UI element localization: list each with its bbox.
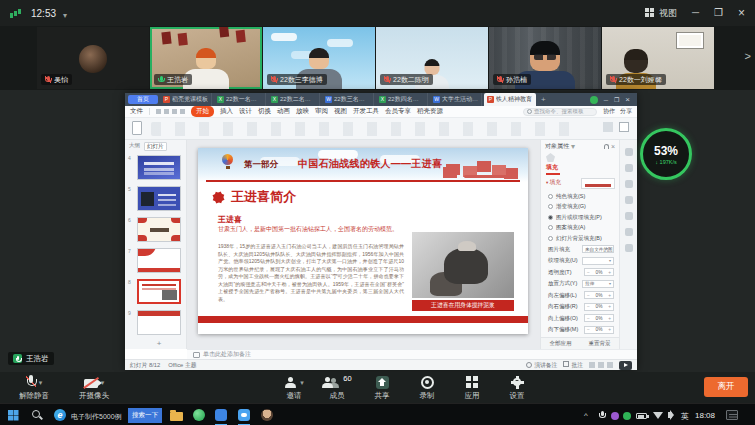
- taskbar-clock[interactable]: 18:08: [695, 411, 715, 420]
- reset-background-button[interactable]: 重置背景: [589, 340, 611, 347]
- notification-center-icon[interactable]: [726, 410, 738, 420]
- offset-right-stepper[interactable]: 0%: [584, 303, 614, 311]
- view-mode-icons[interactable]: [589, 362, 595, 368]
- participant-tile[interactable]: 22数二陈明: [376, 27, 488, 89]
- file-menu[interactable]: 文件: [130, 107, 143, 116]
- fill-tab[interactable]: 填充: [546, 163, 560, 175]
- fill-option[interactable]: 纯色填充(S): [548, 193, 619, 200]
- maximize-button[interactable]: [714, 8, 723, 18]
- placement-select[interactable]: 拉伸: [582, 280, 614, 288]
- radio-selected-icon[interactable]: [548, 215, 553, 220]
- wps-home-tab[interactable]: 首页: [128, 95, 158, 104]
- new-tab-icon[interactable]: [538, 95, 549, 104]
- fill-option[interactable]: 图案填充(A): [548, 224, 619, 231]
- meeting-app-icon[interactable]: [238, 409, 250, 421]
- ribbon-tab-insert[interactable]: 插入: [220, 107, 233, 116]
- close-button[interactable]: [738, 8, 745, 19]
- tray-app-icon[interactable]: [611, 412, 619, 420]
- wps-minimize-button[interactable]: [604, 97, 608, 103]
- paste-icon[interactable]: [132, 121, 142, 135]
- participant-tile[interactable]: 22数三李德博: [263, 27, 375, 89]
- tab-slides[interactable]: 幻灯片: [144, 142, 167, 151]
- transparency-stepper[interactable]: 0%: [584, 268, 614, 276]
- radio-icon[interactable]: [548, 225, 553, 230]
- ribbon-tab-member[interactable]: 会员专享: [385, 107, 411, 116]
- ribbon-toolbar[interactable]: [125, 118, 637, 140]
- speaker-notes-button[interactable]: 演讲备注: [526, 361, 557, 370]
- select-tool-icon[interactable]: [619, 122, 629, 132]
- members-button[interactable]: 60 成员: [315, 375, 359, 401]
- speaker-icon[interactable]: [668, 412, 672, 418]
- ribbon-tab-slideshow[interactable]: 放映: [296, 107, 309, 116]
- wps-doc-tab[interactable]: W22数三名单.docx: [322, 93, 374, 106]
- tray-security-icon[interactable]: [623, 412, 631, 420]
- texture-fill-select[interactable]: [582, 257, 614, 265]
- wps-doc-tab[interactable]: X22数四名单.xlsx: [376, 93, 428, 106]
- wps-doc-tab[interactable]: X22数二名单.xlsx: [268, 93, 320, 106]
- edge-browser-icon[interactable]: [54, 409, 66, 421]
- ribbon-tab-animation[interactable]: 动画: [277, 107, 290, 116]
- ribbon-tab-transition[interactable]: 切换: [258, 107, 271, 116]
- fill-option[interactable]: 渐变填充(G): [548, 203, 619, 210]
- leave-meeting-button[interactable]: 离开: [704, 377, 748, 397]
- participant-tile[interactable]: 22数一刘娅馨: [602, 27, 714, 89]
- wps-doc-tab[interactable]: P稻壳党课模板: [160, 93, 212, 106]
- apps-button[interactable]: 应用: [450, 375, 494, 401]
- battery-icon[interactable]: [636, 413, 647, 419]
- view-button[interactable]: 视图: [645, 7, 677, 20]
- tray-expand-icon[interactable]: [584, 411, 588, 420]
- camera-on-button[interactable]: 开摄像头: [64, 375, 124, 401]
- quick-access-icons[interactable]: [156, 109, 161, 114]
- ribbon-search-input[interactable]: 查找命令、搜索模板: [523, 108, 597, 116]
- radio-icon[interactable]: [548, 194, 553, 199]
- picture-fill-select[interactable]: 来自文件的图片: [582, 245, 614, 253]
- chevron-down-icon[interactable]: [571, 142, 575, 151]
- ribbon-tools[interactable]: [151, 122, 573, 136]
- play-slideshow-button[interactable]: [619, 361, 632, 370]
- offset-left-stepper[interactable]: 0%: [584, 291, 614, 299]
- wps-doc-tab-active[interactable]: P铁人精神教育: [484, 93, 536, 106]
- notes-bar[interactable]: 单击此处添加备注: [187, 349, 637, 359]
- user-avatar-icon[interactable]: [261, 409, 273, 421]
- ribbon-tab-review[interactable]: 审阅: [315, 107, 328, 116]
- participant-tile-active-speaker[interactable]: 王浩岩: [150, 27, 262, 89]
- chevron-down-icon[interactable]: [300, 378, 304, 387]
- new-slide-icon[interactable]: [137, 339, 181, 348]
- ribbon-tab-devtools[interactable]: 开发工具: [353, 107, 379, 116]
- slide-thumb-selected[interactable]: 8: [125, 277, 187, 308]
- strip-next-arrow[interactable]: [745, 50, 751, 62]
- wps-doc-tab[interactable]: W大学生活动通知.docx: [430, 93, 482, 106]
- chevron-down-icon[interactable]: [39, 378, 43, 387]
- offset-down-stepper[interactable]: 0%: [584, 326, 614, 334]
- participant-tile[interactable]: 孙浩楠: [489, 27, 601, 89]
- invite-button[interactable]: 邀请: [272, 375, 316, 401]
- file-explorer-icon[interactable]: [170, 412, 183, 421]
- ribbon-tab-view[interactable]: 视图: [334, 107, 347, 116]
- offset-up-stepper[interactable]: 0%: [584, 314, 614, 322]
- slide-thumb[interactable]: 5: [125, 184, 187, 215]
- tab-outline[interactable]: 大纲: [129, 142, 140, 151]
- radio-icon[interactable]: [548, 204, 553, 209]
- browser-app-icon[interactable]: [193, 409, 205, 421]
- ribbon-tab-design[interactable]: 设计: [239, 107, 252, 116]
- chevron-down-icon[interactable]: [63, 4, 67, 22]
- participant-tile[interactable]: 吴怡: [37, 27, 149, 89]
- wifi-icon[interactable]: [653, 412, 663, 419]
- slide-thumb[interactable]: 7: [125, 246, 187, 277]
- comments-button[interactable]: 批注: [563, 361, 583, 370]
- slide-thumb[interactable]: 4: [125, 153, 187, 184]
- tray-mic-icon[interactable]: [599, 411, 605, 419]
- search-now-button[interactable]: 搜索一下: [128, 408, 162, 423]
- share-button[interactable]: 分享: [620, 107, 632, 116]
- start-button[interactable]: [8, 410, 18, 420]
- collab-button[interactable]: 协作: [603, 107, 615, 116]
- radio-icon[interactable]: [548, 236, 553, 241]
- slide-thumb[interactable]: 6: [125, 215, 187, 246]
- record-button[interactable]: 录制: [405, 375, 449, 401]
- ribbon-tab-home[interactable]: 开始: [191, 106, 214, 117]
- input-language[interactable]: 英: [681, 411, 689, 422]
- bell-icon[interactable]: [604, 144, 609, 149]
- apply-all-button[interactable]: 全部应用: [550, 340, 572, 347]
- pinned-app-icon[interactable]: [215, 409, 227, 421]
- unmute-button[interactable]: 解除静音: [6, 375, 62, 401]
